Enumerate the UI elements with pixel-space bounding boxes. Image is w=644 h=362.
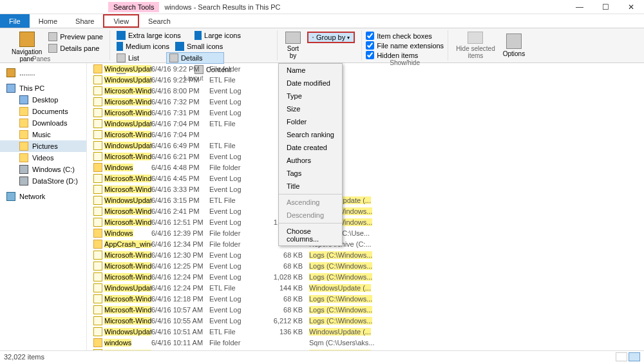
nav-datastore-d[interactable]: DataStore (D:)	[0, 175, 86, 187]
table-row[interactable]: WindowsUpdate...6/4/16 10:51 AMETL File1…	[87, 326, 644, 337]
layout-medium-icons[interactable]: Medium icons	[114, 41, 172, 52]
file-folder: WindowsUpdate (...	[309, 284, 386, 292]
table-row[interactable]: Microsoft-Wind...6/4/16 7:31 PMEvent Log	[87, 107, 644, 118]
item-check-boxes-checkbox[interactable]: Item check boxes	[366, 32, 444, 40]
table-row[interactable]: Microsoft-Wind...6/4/16 8:00 PMEvent Log	[87, 85, 644, 96]
table-row[interactable]: Microsoft-Wind...6/4/16 12:25 PMEvent Lo…	[87, 260, 644, 271]
layout-small-icons[interactable]: Small icons	[173, 41, 250, 52]
tab-view[interactable]: View	[103, 14, 139, 28]
nav-videos[interactable]: Videos	[0, 152, 86, 164]
hide-selected-icon	[468, 32, 483, 44]
m-icons-icon	[117, 42, 123, 51]
minimize-button[interactable]: —	[567, 3, 592, 12]
search-tools-context-tab[interactable]: Search Tools	[108, 2, 159, 12]
file-date: 6/4/16 12:24 PM	[151, 273, 209, 281]
table-row[interactable]: Microsoft-Wind...6/4/16 10:57 AMEvent Lo…	[87, 304, 644, 315]
menu-item-search-ranking[interactable]: Search ranking	[279, 128, 342, 141]
details-view-button[interactable]	[616, 352, 627, 361]
sort-by-button[interactable]: Sort by	[281, 30, 305, 61]
layout-list[interactable]: List	[114, 52, 166, 64]
table-row[interactable]: Windows6/4/16 12:39 PMFile folderMicroso…	[87, 227, 644, 238]
nav-desktop[interactable]: Desktop	[0, 94, 86, 106]
table-row[interactable]: WindowsUpdate6/4/16 9:22 PMFile folder	[87, 63, 644, 74]
table-row[interactable]: Microsoft-Wind...6/4/16 3:33 PMEvent Log…	[87, 184, 644, 195]
table-row[interactable]: Microsoft-Wind...6/4/16 12:24 PMEvent Lo…	[87, 271, 644, 282]
hide-selected-items-button[interactable]: Hide selected items	[452, 30, 499, 61]
layout-large-icons[interactable]: Large icons	[192, 30, 243, 41]
table-row[interactable]: AppCrash_windo...6/4/16 12:34 PMFile fol…	[87, 238, 644, 249]
file-type: File folder	[209, 164, 270, 171]
table-row[interactable]: WindowsUpdate...6/4/16 7:04 PMETL Filews…	[87, 118, 644, 129]
file-type: Event Log	[209, 109, 270, 117]
table-row[interactable]: WindowsUpdate...6/4/16 6:49 PMETL Filews…	[87, 140, 644, 151]
music-icon	[19, 130, 28, 139]
menu-item-title[interactable]: Title	[279, 180, 342, 193]
nav-unknown[interactable]: ........	[0, 67, 86, 79]
menu-item-tags[interactable]: Tags	[279, 167, 342, 180]
menu-item-type[interactable]: Type	[279, 90, 342, 102]
file-date: 6/4/16 7:04 PM	[151, 120, 209, 128]
menu-item-authors[interactable]: Authors	[279, 154, 342, 167]
layout-extra-large-icons[interactable]: Extra large icons	[114, 30, 191, 41]
tab-file[interactable]: File	[0, 14, 30, 28]
chevron-down-icon: ▾	[347, 35, 350, 41]
nav-windows-c[interactable]: Windows (C:)	[0, 164, 86, 175]
nav-this-pc[interactable]: This PC	[0, 82, 86, 94]
file-name-extensions-checkbox[interactable]: File name extensions	[366, 41, 444, 50]
menu-item-choose-columns-[interactable]: Choose columns...	[279, 225, 342, 245]
file-type: ETL File	[209, 328, 270, 336]
table-row[interactable]: Microsoft-Wind...6/4/16 4:45 PMEvent Log…	[87, 173, 644, 184]
l-icons-icon	[194, 31, 202, 40]
table-row[interactable]: windows6/4/16 10:11 AMFile folderSqm (C:…	[87, 337, 644, 348]
file-type: File folder	[209, 229, 270, 237]
status-bar: 32,022 items	[0, 350, 644, 362]
nav-documents[interactable]: Documents	[0, 106, 86, 117]
table-row[interactable]: Microsoft-Wind...6/4/16 12:30 PMEvent Lo…	[87, 249, 644, 260]
table-row[interactable]: WindowsUpdate...6/4/16 3:15 PMETL File13…	[87, 195, 644, 205]
table-row[interactable]: Windows6/4/16 4:48 PMFile folderwsS...	[87, 162, 644, 173]
table-row[interactable]: Microsoft-Wind...6/4/16 10:55 AMEvent Lo…	[87, 315, 644, 326]
file-name: WindowsUpdate...	[104, 142, 151, 149]
thumbnails-view-button[interactable]	[629, 352, 640, 361]
file-folder: WindowsUpdate (...	[309, 328, 386, 336]
menu-item-size[interactable]: Size	[279, 102, 342, 115]
table-row[interactable]: Microsoft-Wind...6/4/16 12:18 PMEvent Lo…	[87, 293, 644, 304]
file-list[interactable]: WindowsUpdate6/4/16 9:22 PMFile folderWi…	[87, 63, 644, 350]
file-date: 6/4/16 7:04 PM	[151, 131, 209, 138]
menu-item-name[interactable]: Name	[279, 64, 342, 77]
table-row[interactable]: Microsoft-Wind...6/4/16 12:51 PMEvent Lo…	[87, 216, 644, 227]
close-button[interactable]: ✕	[618, 3, 644, 12]
nav-network[interactable]: Network	[0, 191, 86, 202]
file-icon	[93, 64, 102, 73]
table-row[interactable]: Microsoft-Wind...6/4/16 2:41 PMEvent Log…	[87, 205, 644, 216]
menu-item-date-created[interactable]: Date created	[279, 141, 342, 154]
table-row[interactable]: Microsoft-Wind...6/4/16 7:32 PMEvent Log	[87, 96, 644, 107]
file-date: 6/4/16 12:24 PM	[151, 284, 209, 292]
file-date: 6/4/16 10:57 AM	[151, 306, 209, 314]
tab-search[interactable]: Search	[139, 14, 180, 28]
maximize-button[interactable]: ☐	[592, 3, 618, 12]
layout-details[interactable]: Details	[166, 52, 224, 64]
table-row[interactable]: WindowsUpdate...6/4/16 9:22 PMETL File	[87, 74, 644, 85]
details-pane-button[interactable]: Details pane	[46, 43, 106, 53]
file-icon	[93, 338, 102, 347]
preview-pane-button[interactable]: Preview pane	[46, 32, 106, 42]
nav-pictures[interactable]: Pictures	[0, 140, 86, 152]
xl-icons-icon	[117, 31, 126, 40]
table-row[interactable]: WindowsUpdate...6/4/16 12:24 PMETL File1…	[87, 282, 644, 293]
options-button[interactable]: Options	[499, 30, 529, 61]
nav-downloads[interactable]: Downloads	[0, 117, 86, 129]
file-name: Microsoft-Wind...	[104, 153, 151, 160]
file-icon	[93, 251, 102, 260]
group-by-button[interactable]: Group by ▾	[307, 32, 355, 43]
menu-item-folder[interactable]: Folder	[279, 115, 342, 128]
tab-home[interactable]: Home	[30, 14, 66, 28]
file-icon	[93, 272, 102, 281]
table-row[interactable]: Microsoft-Wind...6/4/16 7:04 PMe (...	[87, 129, 644, 140]
nav-music[interactable]: Music	[0, 129, 86, 140]
table-row[interactable]: Microsoft-Wind...6/4/16 6:21 PMEvent Log…	[87, 151, 644, 162]
tab-share[interactable]: Share	[66, 14, 103, 28]
hidden-items-checkbox[interactable]: Hidden items	[366, 51, 444, 59]
file-date: 6/4/16 12:18 PM	[151, 295, 209, 303]
menu-item-date-modified[interactable]: Date modified	[279, 77, 342, 90]
